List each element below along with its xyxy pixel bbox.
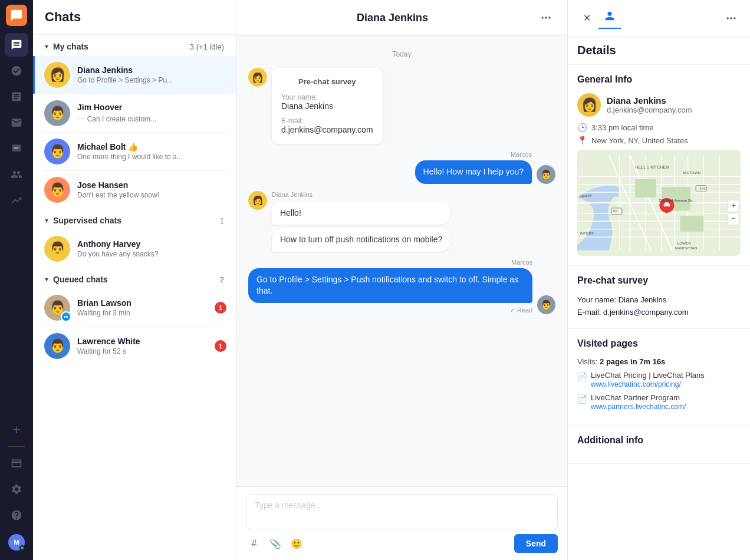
svg-text:MIDTOWN: MIDTOWN: [683, 170, 700, 174]
add-nav-icon[interactable]: [5, 418, 28, 442]
message-input-area: Type a message... # 📎 🙂 Send: [236, 486, 567, 560]
info-location-item: 📍 New York, NY, United States: [577, 136, 741, 145]
help-nav-icon[interactable]: [5, 503, 28, 527]
input-tools: # 📎 🙂: [246, 535, 305, 552]
svg-text:LOWER: LOWER: [677, 241, 691, 245]
lawrence-avatar: 👨: [44, 333, 70, 359]
michael-info: Michael Bolt 👍 One more thing I would li…: [77, 142, 226, 161]
page-1-title: LiveChat Pricing | LiveChat Plans: [591, 371, 705, 380]
page-2-url[interactable]: www.partners.livechatinc.com/: [591, 403, 686, 411]
page-1-url[interactable]: www.livechatinc.com/pricing/: [591, 380, 681, 388]
right-panel-header-right: [722, 9, 741, 28]
visited-pages-title: Visited pages: [577, 338, 741, 349]
queued-chats-section-header[interactable]: ▾ Queued chats 2: [33, 268, 236, 289]
inbox-nav-icon[interactable]: [5, 111, 28, 134]
jose-info: Jose Hansen Don't eat the yellow snow!: [77, 180, 226, 199]
my-chats-chevron: ▾: [45, 42, 48, 51]
chat-nav-icon[interactable]: [5, 33, 28, 57]
right-panel-header-left: ✕: [577, 7, 621, 29]
analytics-nav-icon[interactable]: [5, 189, 28, 212]
chat-item-lawrence[interactable]: 👨 Lawrence White Waiting for 52 s 1: [33, 327, 236, 365]
message-placeholder: Type a message...: [255, 500, 322, 510]
billing-nav-icon[interactable]: [5, 452, 28, 475]
agents-nav-icon[interactable]: [5, 59, 28, 83]
my-chats-section-header[interactable]: ▾ My chats 3 (+1 idle): [33, 35, 236, 56]
supervised-chats-section-header[interactable]: ▾ Supervised chats 1: [33, 209, 236, 230]
survey-card-title: Pre-chat survey: [281, 77, 373, 86]
input-toolbar: # 📎 🙂 Send: [246, 534, 558, 553]
user-avatar-bar[interactable]: M: [8, 534, 25, 551]
survey-customer-avatar: 👩: [248, 68, 267, 87]
chat-item-michael[interactable]: 👨 Michael Bolt 👍 One more thing I would …: [33, 133, 236, 170]
jose-name: Jose Hansen: [77, 180, 226, 190]
date-divider: Today: [248, 48, 555, 61]
page-1-info: LiveChat Pricing | LiveChat Plans www.li…: [591, 371, 705, 388]
supervised-chats-title: Supervised chats: [53, 216, 215, 225]
brian-info: Brian Lawson Waiting for 3 min: [77, 298, 208, 317]
queued-chats-count: 2: [220, 275, 224, 284]
info-time-text: 3:33 pm local time: [591, 123, 654, 132]
svg-rect-28: [680, 216, 703, 232]
chat-item-brian[interactable]: 👨 m Brian Lawson Waiting for 3 min 1: [33, 289, 236, 327]
svg-point-3: [548, 17, 550, 18]
emoji-tool-btn[interactable]: 🙂: [288, 535, 305, 552]
right-panel-more-btn[interactable]: [722, 9, 741, 28]
visits-label: Visits:: [577, 357, 597, 366]
agent-msg-1-avatar: 👨: [537, 165, 555, 184]
jim-info: Jim Hoover ··· Can I create custom...: [77, 103, 226, 124]
send-button[interactable]: Send: [514, 534, 558, 553]
chat-list-panel: Chats ▾ My chats 3 (+1 idle) 👩 Diana Jen…: [33, 0, 236, 560]
agent-msg-1-sender: Marcos: [511, 151, 532, 158]
svg-point-2: [545, 17, 547, 18]
chat-item-jim[interactable]: 👨 Jim Hoover ··· Can I create custom...: [33, 94, 236, 132]
survey-your-name-label: Your name:: [577, 295, 616, 304]
general-info-avatar: 👩: [577, 93, 601, 117]
survey-email-label: E-mail:: [281, 117, 373, 125]
anthony-avatar: 👨: [44, 236, 70, 262]
message-input-box[interactable]: Type a message...: [246, 494, 558, 529]
general-info-name-email: Diana Jenkins d.jenkins@company.com: [607, 95, 692, 114]
general-info-section: General Info 👩 Diana Jenkins d.jenkins@c…: [568, 65, 750, 266]
tickets-nav-icon[interactable]: [5, 137, 28, 160]
map-container[interactable]: HELL'S KITCHEN MIDTOWN oboken WPORT LOWE…: [577, 150, 741, 256]
agent-msg-2-content: Marcos Go to Profile > Settings > Push n…: [248, 259, 532, 314]
team-nav-icon[interactable]: [5, 163, 28, 186]
visits-count: Visits: 2 pages in 7m 16s: [577, 357, 741, 366]
survey-field-name: Your name: Diana Jenkins: [281, 93, 373, 111]
jim-avatar: 👨: [44, 100, 70, 126]
hashtag-tool-btn[interactable]: #: [246, 535, 262, 552]
messages-area: Today 👩 Pre-chat survey Your name: Diana…: [236, 36, 567, 486]
customer-bubble-1: Hello!: [272, 202, 450, 225]
chat-more-btn[interactable]: [537, 8, 555, 27]
general-info-name: Diana Jenkins: [607, 95, 692, 106]
info-time-item: 🕒 3:33 pm local time: [577, 123, 741, 132]
survey-field-email: E-mail: d.jenkins@company.com: [281, 117, 373, 134]
customer-msg-row: 👩 Diana Jenkins Hello! How to turn off p…: [248, 191, 555, 252]
diana-info: Diana Jenkins Go to Profile > Settings >…: [77, 65, 226, 84]
profile-tab[interactable]: [598, 7, 621, 29]
chat-item-anthony[interactable]: 👨 Anthony Harvey Do you have any snacks?: [33, 230, 236, 268]
survey-name-value: Diana Jenkins: [281, 101, 373, 111]
svg-point-4: [727, 17, 729, 19]
survey-email-row: E-mail: d.jenkins@company.com: [577, 307, 741, 319]
customer-msg-sender: Diana Jenkins: [272, 191, 450, 198]
agent-msg-1-bubble: Hello! How may I help you?: [415, 160, 532, 184]
settings-nav-icon[interactable]: [5, 477, 28, 501]
reports-nav-icon[interactable]: [5, 85, 28, 108]
close-panel-btn[interactable]: ✕: [577, 9, 596, 28]
survey-name-display: Diana Jenkins: [619, 295, 667, 304]
svg-text:HELL'S KITCHEN: HELL'S KITCHEN: [635, 165, 669, 170]
brian-badge: 1: [215, 302, 226, 314]
chat-item-diana[interactable]: 👩 Diana Jenkins Go to Profile > Settings…: [33, 56, 236, 94]
chat-main: Diana Jenkins Today 👩 Pre-chat survey Yo…: [236, 0, 567, 560]
survey-email-value: d.jenkins@company.com: [281, 125, 373, 134]
anthony-name: Anthony Harvey: [77, 239, 226, 249]
queued-chats-title: Queued chats: [53, 275, 215, 284]
pre-chat-survey-title: Pre-chat survey: [577, 275, 741, 286]
svg-point-6: [733, 17, 735, 19]
svg-point-5: [730, 17, 732, 19]
svg-text:−: −: [731, 215, 735, 223]
chat-item-jose[interactable]: 👨 Jose Hansen Don't eat the yellow snow!: [33, 171, 236, 209]
queued-chats-chevron: ▾: [45, 275, 48, 284]
attachment-tool-btn[interactable]: 📎: [267, 535, 284, 552]
